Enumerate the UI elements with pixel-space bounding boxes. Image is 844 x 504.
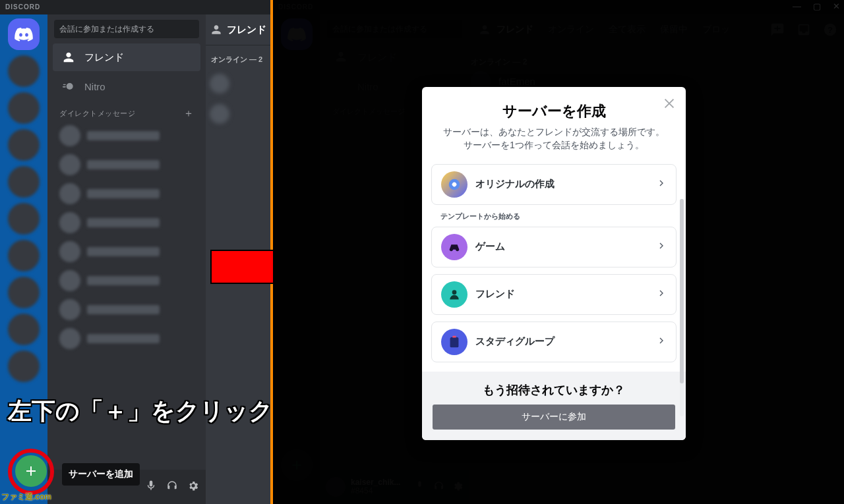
friends-label: フレンド (84, 51, 124, 64)
chevron-right-icon (656, 178, 667, 191)
chevron-right-icon (656, 240, 667, 254)
settings-icon[interactable] (187, 480, 199, 494)
svg-rect-2 (63, 86, 66, 88)
original-icon (441, 171, 467, 198)
nitro-label: Nitro (84, 81, 106, 92)
deafen-icon[interactable] (166, 480, 178, 494)
online-header: オンライン — 2 (211, 55, 265, 65)
guild-avatar[interactable] (8, 277, 40, 308)
nitro-icon (61, 78, 76, 94)
new-dm-icon[interactable]: ＋ (183, 107, 195, 121)
dm-item[interactable] (53, 325, 200, 352)
svg-point-0 (67, 83, 73, 90)
nitro-row[interactable]: Nitro (53, 72, 200, 100)
modal-subtitle: サーバーは、あなたとフレンドが交流する場所です。サーバーを1つ作って会話を始めま… (440, 125, 667, 152)
study-icon (441, 329, 467, 355)
chevron-right-icon (656, 335, 667, 349)
dm-item[interactable] (53, 122, 200, 150)
annotation-text: 左下の「＋」をクリック (8, 395, 273, 428)
watermark: ファミ通.com (1, 491, 51, 503)
guild-avatar[interactable] (8, 203, 40, 235)
friend-row[interactable] (206, 99, 270, 129)
option-label: フレンド (475, 288, 515, 300)
friend-row[interactable] (206, 69, 270, 99)
guild-avatar[interactable] (8, 55, 40, 87)
option-label: ゲーム (475, 240, 505, 253)
mute-icon[interactable] (145, 480, 157, 494)
option-friend[interactable]: フレンド (431, 274, 677, 315)
guild-avatar[interactable] (8, 92, 40, 124)
guild-avatar[interactable] (8, 314, 40, 345)
add-server-tooltip: サーバーを追加 (62, 463, 140, 486)
dm-item[interactable] (53, 267, 200, 294)
svg-rect-8 (452, 335, 456, 337)
close-button[interactable] (662, 96, 677, 111)
dm-item[interactable] (53, 151, 200, 179)
template-header: テンプレートから始める (440, 211, 667, 221)
guild-avatar[interactable] (8, 166, 40, 198)
dm-item[interactable] (53, 296, 200, 323)
game-icon (441, 234, 467, 260)
already-invited-text: もう招待されていますか？ (433, 382, 675, 398)
option-game[interactable]: ゲーム (431, 227, 677, 267)
friend-icon (441, 281, 467, 308)
dm-item[interactable] (53, 180, 200, 208)
dm-header: ダイレクトメッセージ ＋ (59, 107, 194, 121)
option-study[interactable]: スタディグループ (431, 322, 677, 362)
dm-item[interactable] (53, 238, 200, 266)
guild-avatar[interactable] (8, 129, 40, 161)
create-server-modal: サーバーを作成 サーバーは、あなたとフレンドが交流する場所です。サーバーを1つ作… (422, 87, 686, 440)
annotation-highlight-ring (8, 449, 54, 495)
svg-point-7 (452, 290, 457, 294)
join-server-button[interactable]: サーバーに参加 (433, 405, 675, 430)
friends-icon (61, 49, 76, 65)
dm-column: 会話に参加または作成する フレンド Nitro ダイレクトメッセージ ＋ (47, 14, 206, 504)
option-create-original[interactable]: オリジナルの作成 (431, 164, 677, 205)
add-server-spot (8, 449, 54, 495)
friends-row[interactable]: フレンド (53, 43, 200, 71)
guild-rail (0, 14, 47, 504)
guild-avatar[interactable] (8, 350, 40, 382)
search-input[interactable]: 会話に参加または作成する (54, 20, 199, 38)
svg-rect-1 (63, 84, 66, 86)
chevron-right-icon (656, 288, 667, 301)
modal-footer: もう招待されていますか？ サーバーに参加 (422, 372, 686, 440)
discord-home-button[interactable] (8, 18, 40, 50)
modal-title: サーバーを作成 (422, 101, 686, 121)
friends-tab[interactable]: フレンド (206, 14, 270, 45)
modal-scrollbar[interactable] (680, 199, 684, 416)
dm-item[interactable] (53, 209, 200, 237)
guild-avatar[interactable] (8, 240, 40, 271)
option-label: スタディグループ (475, 335, 555, 348)
option-label: オリジナルの作成 (475, 178, 555, 190)
titlebar-left: DISCORD (0, 0, 270, 14)
